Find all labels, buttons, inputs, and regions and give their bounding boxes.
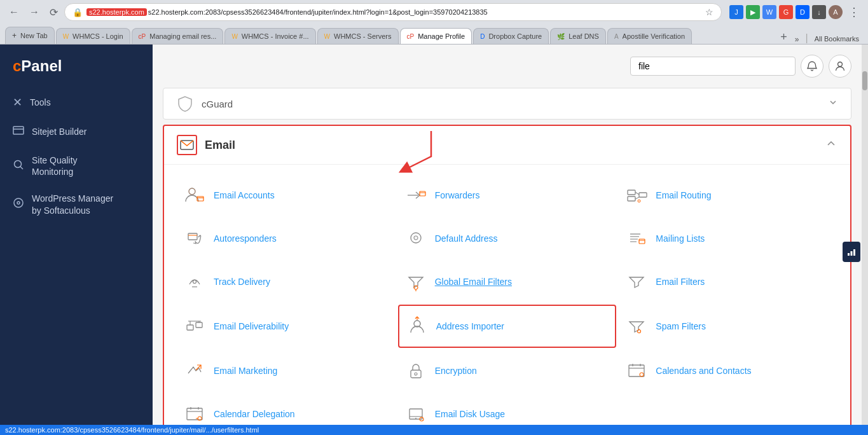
new-tab-button[interactable]: + bbox=[776, 31, 791, 44]
top-search-bar bbox=[163, 55, 851, 78]
tab-favicon-new: + bbox=[12, 31, 17, 40]
grid-item-autoresponders[interactable]: Autoresponders bbox=[177, 218, 396, 259]
grid-item-forwarders[interactable]: Forwarders bbox=[398, 175, 617, 216]
tab-whmcs-login[interactable]: W WHMCS - Login bbox=[56, 28, 130, 44]
svg-point-5 bbox=[17, 202, 20, 204]
svg-point-44 bbox=[638, 330, 641, 333]
tab-apostille[interactable]: A Apostille Verification bbox=[607, 28, 692, 44]
grid-item-email-deliverability[interactable]: Email Deliverability bbox=[177, 305, 396, 348]
search-input[interactable] bbox=[630, 57, 796, 76]
svg-rect-68 bbox=[848, 253, 850, 256]
all-bookmarks-btn[interactable]: All Bookmarks bbox=[811, 34, 863, 44]
tab-favicon-apost: A bbox=[614, 33, 619, 40]
notification-button[interactable] bbox=[801, 55, 823, 78]
cguard-label: cGuard bbox=[202, 99, 233, 109]
ext-icon-avatar[interactable]: A bbox=[829, 5, 843, 19]
url-bar[interactable]: 🔒 s22.hosterpk.coms22.hosterpk.com:2083/… bbox=[64, 3, 722, 21]
calendars-contacts-label: Calendars and Contacts bbox=[656, 366, 751, 376]
tab-whmcs-servers[interactable]: W WHMCS - Servers bbox=[317, 28, 399, 44]
tab-favicon-whmcs3: W bbox=[324, 33, 330, 40]
ext-icon-3[interactable]: W bbox=[762, 5, 776, 19]
svg-point-53 bbox=[640, 373, 644, 376]
svg-rect-36 bbox=[187, 325, 193, 330]
floating-chart-button[interactable] bbox=[843, 242, 860, 262]
grid-item-email-disk-usage[interactable]: Email Disk Usage bbox=[398, 394, 617, 425]
reload-button[interactable]: ⟳ bbox=[46, 4, 62, 21]
svg-point-6 bbox=[838, 62, 843, 67]
more-tabs-btn[interactable]: » bbox=[791, 35, 803, 44]
svg-line-46 bbox=[196, 365, 201, 370]
grid-item-email-marketing[interactable]: Email Marketing bbox=[177, 350, 396, 391]
sidebar-item-tools[interactable]: ✕ Tools bbox=[0, 88, 153, 117]
ext-icon-2[interactable]: ▶ bbox=[746, 5, 760, 19]
sidebar-sitejet-label: Sitejet Builder bbox=[32, 126, 86, 137]
menu-button[interactable]: ⋮ bbox=[845, 3, 863, 21]
sidebar-item-sitejet[interactable]: Sitejet Builder bbox=[0, 117, 153, 147]
svg-point-9 bbox=[189, 188, 195, 195]
cguard-expand[interactable] bbox=[828, 97, 838, 110]
grid-item-address-importer[interactable]: Address Importer bbox=[398, 305, 617, 348]
svg-line-3 bbox=[20, 167, 23, 169]
scrollbar-thumb[interactable] bbox=[862, 71, 867, 90]
svg-rect-13 bbox=[420, 191, 425, 196]
tab-new-tab[interactable]: + New Tab bbox=[5, 27, 55, 44]
sidebar-item-wordpress[interactable]: WordPress Managerby Softaculous bbox=[0, 185, 153, 223]
star-icon[interactable]: ☆ bbox=[705, 7, 713, 17]
svg-point-20 bbox=[638, 200, 640, 202]
track-delivery-icon bbox=[182, 269, 207, 294]
grid-item-mailing-lists[interactable]: Mailing Lists bbox=[619, 218, 837, 259]
grid-item-global-email-filters[interactable]: Global Email Filters bbox=[398, 261, 617, 302]
cguard-icon bbox=[176, 95, 194, 113]
grid-item-encryption[interactable]: Encryption bbox=[398, 350, 617, 391]
back-button[interactable]: ← bbox=[5, 4, 23, 20]
grid-item-calendars-contacts[interactable]: Calendars and Contacts bbox=[619, 350, 837, 391]
tab-dropbox[interactable]: D Dropbox Capture bbox=[473, 28, 549, 44]
email-deliverability-label: Email Deliverability bbox=[214, 321, 289, 331]
email-toggle[interactable] bbox=[825, 137, 837, 153]
user-button[interactable] bbox=[829, 55, 851, 78]
app-container: cPanel ✕ Tools Sitejet Builder Site Q bbox=[0, 45, 868, 425]
sidebar-tools-label: Tools bbox=[30, 97, 51, 108]
sidebar-item-sqm[interactable]: Site QualityMonitoring bbox=[0, 147, 153, 185]
ext-icon-5[interactable]: D bbox=[796, 5, 809, 19]
svg-point-2 bbox=[15, 160, 22, 167]
ext-icon-1[interactable]: J bbox=[729, 5, 743, 19]
email-marketing-icon bbox=[182, 358, 207, 383]
grid-item-email-accounts[interactable]: Email Accounts bbox=[177, 175, 396, 216]
tab-whmcs-invoice[interactable]: W WHMCS - Invoice #... bbox=[224, 28, 315, 44]
url-text: s22.hosterpk.coms22.hosterpk.com:2083/cp… bbox=[86, 8, 701, 17]
grid-item-default-address[interactable]: Default Address bbox=[398, 218, 617, 259]
default-address-label: Default Address bbox=[435, 233, 498, 244]
tab-leaf-dns[interactable]: 🌿 Leaf DNS bbox=[550, 28, 606, 44]
cpanel-logo: cPanel bbox=[0, 55, 153, 88]
tab-manage-profile[interactable]: cP Manage Profile bbox=[400, 28, 472, 44]
tab-favicon-dropbox: D bbox=[480, 33, 485, 40]
tab-favicon-leaf: 🌿 bbox=[557, 33, 565, 40]
sidebar-sqm-label: Site QualityMonitoring bbox=[32, 155, 78, 177]
sitejet-icon bbox=[13, 125, 24, 139]
scrollbar[interactable] bbox=[862, 45, 868, 425]
grid-item-email-filters[interactable]: Email Filters bbox=[619, 261, 837, 302]
ext-icon-4[interactable]: G bbox=[779, 5, 793, 19]
status-bar: s22.hosterpk.com:2083/cpsess3526623484/f… bbox=[0, 425, 868, 435]
forward-button[interactable]: → bbox=[25, 4, 43, 20]
ext-icon-6[interactable]: ↓ bbox=[812, 5, 826, 19]
encryption-icon bbox=[403, 358, 429, 383]
tab-favicon-email: cP bbox=[139, 33, 146, 40]
grid-item-spam-filters[interactable]: Spam Filters bbox=[619, 305, 837, 348]
tools-icon: ✕ bbox=[13, 95, 22, 109]
browser-chrome: ← → ⟳ 🔒 s22.hosterpk.coms22.hosterpk.com… bbox=[0, 0, 868, 45]
tab-favicon-manage: cP bbox=[407, 33, 415, 40]
status-url: s22.hosterpk.com:2083/cpsess3526623484/f… bbox=[5, 426, 259, 434]
email-routing-label: Email Routing bbox=[656, 190, 711, 200]
svg-rect-16 bbox=[628, 197, 635, 201]
grid-item-track-delivery[interactable]: Track Delivery bbox=[177, 261, 396, 302]
email-filters-icon bbox=[624, 269, 649, 294]
tab-managing-email[interactable]: cP Managing email res... bbox=[132, 28, 224, 44]
grid-item-email-routing[interactable]: Email Routing bbox=[619, 175, 837, 216]
email-routing-icon bbox=[624, 183, 649, 208]
svg-rect-69 bbox=[851, 251, 853, 256]
svg-rect-49 bbox=[629, 365, 644, 376]
email-section-header[interactable]: Email bbox=[164, 126, 850, 165]
grid-item-calendar-delegation[interactable]: Calendar Delegation bbox=[177, 394, 396, 425]
